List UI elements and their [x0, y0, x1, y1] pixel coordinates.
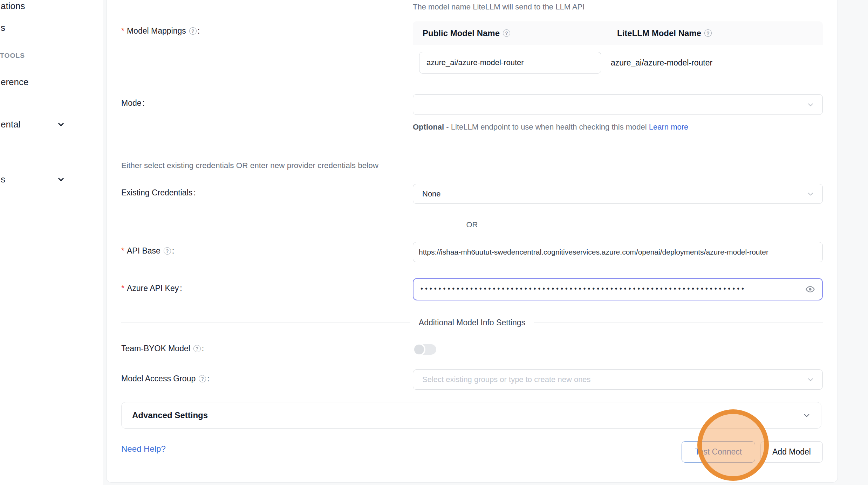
chevron-down-icon	[803, 411, 811, 419]
chevron-down-icon	[807, 190, 814, 198]
azure-api-key-input[interactable]: ••••••••••••••••••••••••••••••••••••••••…	[413, 278, 823, 300]
team-byok-label: Team-BYOK Model ? :	[121, 344, 204, 353]
help-icon[interactable]: ?	[189, 27, 197, 35]
existing-credentials-select[interactable]: None	[413, 184, 823, 204]
chevron-down-icon[interactable]	[57, 175, 65, 183]
model-mappings-table: Public Model Name ? LiteLLM Model Name ?…	[413, 21, 823, 80]
help-icon[interactable]: ?	[199, 375, 206, 382]
mode-select[interactable]	[413, 94, 823, 115]
azure-api-key-label: * Azure API Key :	[121, 284, 182, 293]
public-model-name-input[interactable]	[419, 52, 601, 74]
masked-password-value: ••••••••••••••••••••••••••••••••••••••••…	[421, 285, 746, 293]
need-help-link[interactable]: Need Help?	[121, 444, 166, 454]
help-icon[interactable]: ?	[193, 345, 201, 352]
existing-credentials-label: Existing Credentials:	[121, 188, 196, 198]
required-asterisk: *	[121, 26, 124, 36]
column-public-model-name: Public Model Name ?	[413, 28, 607, 38]
sidebar-section-tools: TOOLS	[0, 52, 25, 60]
mode-label: Mode:	[121, 98, 145, 108]
or-divider: OR	[121, 220, 823, 229]
page: ations s TOOLS erence ental s The model …	[0, 0, 868, 485]
chevron-down-icon	[807, 101, 814, 108]
sidebar-item-ental[interactable]: ental	[1, 119, 20, 130]
model-access-group-select[interactable]: Select existing groups or type to create…	[413, 369, 823, 390]
divider-line	[121, 225, 458, 225]
sidebar-item-erence[interactable]: erence	[1, 77, 29, 88]
divider-line	[486, 225, 823, 225]
divider-line	[534, 323, 823, 323]
highlight-circle	[697, 409, 769, 481]
api-base-input[interactable]: https://ishaa-mh6uutut-swedencentral.cog…	[413, 242, 823, 262]
required-asterisk: *	[121, 246, 124, 256]
credentials-note: Either select existing credentials OR en…	[121, 161, 378, 170]
model-mappings-label: * Model Mappings ? :	[121, 26, 200, 36]
chevron-down-icon[interactable]	[57, 120, 65, 128]
required-asterisk: *	[121, 284, 124, 293]
model-name-hint: The model name LiteLLM will send to the …	[413, 2, 585, 12]
model-access-group-label: Model Access Group ? :	[121, 374, 210, 383]
table-row: azure_ai/azure-model-router	[413, 45, 823, 80]
sidebar-item-s1[interactable]: s	[1, 22, 5, 33]
learn-more-link[interactable]: Learn more	[649, 123, 689, 131]
sidebar-item-s2[interactable]: s	[1, 174, 5, 185]
chevron-down-icon	[807, 376, 814, 383]
eye-icon[interactable]	[805, 284, 815, 294]
help-icon[interactable]: ?	[503, 29, 510, 37]
mode-helper-text: Optional - LiteLLM endpoint to use when …	[413, 120, 704, 134]
toggle-knob	[413, 343, 425, 356]
column-litellm-model-name: LiteLLM Model Name ?	[607, 21, 823, 45]
divider-line	[121, 323, 410, 323]
litellm-model-name-value: azure_ai/azure-model-router	[611, 45, 712, 80]
model-mappings-table-header: Public Model Name ? LiteLLM Model Name ?	[413, 21, 823, 45]
help-icon[interactable]: ?	[164, 247, 171, 255]
api-base-label: * API Base ? :	[121, 246, 174, 256]
sidebar-item-ations[interactable]: ations	[1, 1, 25, 12]
sidebar: ations s TOOLS erence ental s	[0, 0, 103, 485]
add-model-button[interactable]: Add Model	[760, 441, 823, 463]
additional-settings-divider: Additional Model Info Settings	[121, 318, 823, 327]
team-byok-toggle[interactable]	[414, 344, 436, 355]
help-icon[interactable]: ?	[704, 29, 712, 37]
